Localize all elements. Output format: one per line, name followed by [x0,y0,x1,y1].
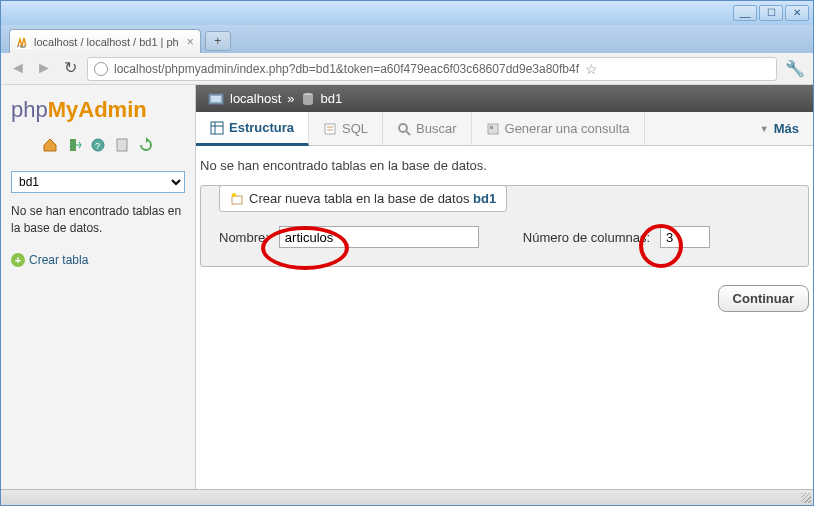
chevron-down-icon: ▼ [760,124,769,134]
window-minimize-button[interactable]: __ [733,5,757,21]
reload-button[interactable]: ↻ [61,60,79,78]
browser-toolbar: ◄ ► ↻ localhost/phpmyadmin/index.php?db=… [1,53,813,85]
table-name-input[interactable] [279,226,479,248]
url-text: localhost/phpmyadmin/index.php?db=bd1&to… [114,62,579,76]
logout-icon[interactable] [66,137,82,153]
svg-rect-8 [211,122,223,134]
svg-point-19 [232,193,236,197]
breadcrumb-sep: » [287,91,294,106]
no-tables-message: No se han encontrado tablas en la base d… [196,146,813,181]
create-table-form: Crear nueva tabla en la base de datos bd… [200,185,809,267]
home-icon[interactable] [42,137,58,153]
name-label: Nombre: [219,230,269,245]
breadcrumb-db[interactable]: bd1 [321,91,343,106]
create-table-link[interactable]: + Crear tabla [11,253,185,267]
tab-sql[interactable]: SQL [309,112,383,145]
browser-tabstrip: PMA localhost / localhost / bd1 | ph × + [1,25,813,53]
new-table-icon [230,192,244,206]
svg-rect-6 [211,96,221,102]
statusbar [1,489,813,505]
create-table-label: Crear tabla [29,253,88,267]
tab-generar-consulta[interactable]: Generar una consulta [472,112,645,145]
tab-mas[interactable]: ▼ Más [746,112,813,145]
tab-estructura[interactable]: Estructura [196,112,309,146]
globe-icon [94,62,108,76]
breadcrumb: localhost » bd1 [196,85,813,112]
server-icon [208,93,224,105]
svg-rect-4 [117,139,127,151]
forward-button[interactable]: ► [35,60,53,78]
svg-rect-17 [490,126,493,129]
svg-text:?: ? [95,141,100,151]
svg-rect-18 [232,196,242,204]
docs-icon[interactable] [114,137,130,153]
breadcrumb-host[interactable]: localhost [230,91,281,106]
sidebar-no-tables-msg: No se han encontrado tablas en la base d… [11,203,185,237]
search-icon [397,122,411,136]
address-bar[interactable]: localhost/phpmyadmin/index.php?db=bd1&to… [87,57,777,81]
sql-icon [323,122,337,136]
plus-icon: + [11,253,25,267]
sidebar: phpMyAdmin ? bd1 No se han encontrado ta… [1,85,196,505]
window-maximize-button[interactable]: ☐ [759,5,783,21]
svg-rect-11 [325,124,335,134]
form-legend: Crear nueva tabla en la base de datos bd… [219,185,507,212]
phpmyadmin-logo: phpMyAdmin [11,97,185,123]
database-select[interactable]: bd1 [11,171,185,193]
bookmark-star-icon[interactable]: ☆ [585,61,598,77]
svg-line-15 [406,131,410,135]
columns-count-input[interactable] [660,226,710,248]
main-panel: localhost » bd1 Estructura SQL Buscar [196,85,813,505]
main-tabs: Estructura SQL Buscar Generar una consul… [196,112,813,146]
phpmyadmin-favicon: PMA [16,35,30,49]
database-icon [301,92,315,106]
window-titlebar: __ ☐ ✕ [1,1,813,25]
new-tab-button[interactable]: + [205,31,231,51]
columns-label: Número de columnas: [523,230,650,245]
query-builder-icon [486,122,500,136]
window-close-button[interactable]: ✕ [785,5,809,21]
tab-close-icon[interactable]: × [179,35,194,49]
svg-point-14 [399,124,407,132]
continue-button[interactable]: Continuar [718,285,809,312]
back-button[interactable]: ◄ [9,60,27,78]
settings-wrench-icon[interactable]: 🔧 [785,59,805,78]
reload-nav-icon[interactable] [138,137,154,153]
browser-tab[interactable]: PMA localhost / localhost / bd1 | ph × [9,29,201,53]
svg-text:PMA: PMA [17,44,26,49]
browser-tab-title: localhost / localhost / bd1 | ph [34,36,179,48]
structure-icon [210,121,224,135]
tab-buscar[interactable]: Buscar [383,112,471,145]
query-icon[interactable]: ? [90,137,106,153]
